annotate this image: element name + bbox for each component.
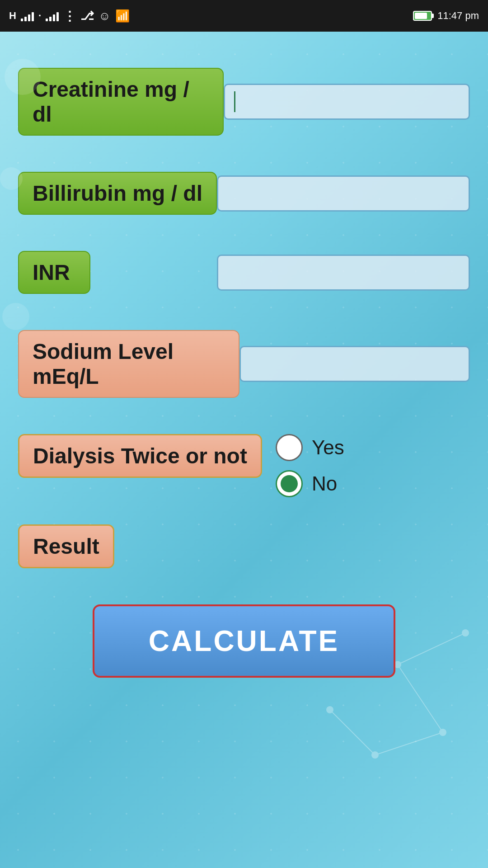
billirubin-label: Billirubin mg / dl — [18, 172, 217, 215]
billirubin-row: Billirubin mg / dl — [18, 172, 470, 215]
dialysis-yes-label: Yes — [312, 436, 344, 459]
message-icon: ☺ — [99, 9, 111, 23]
creatinine-row: Creatinine mg / dl — [18, 68, 470, 136]
dialysis-yes-option[interactable]: Yes — [276, 434, 344, 461]
dialysis-no-label: No — [312, 472, 337, 495]
status-right: 11:47 pm — [413, 10, 479, 22]
billirubin-input[interactable] — [217, 175, 470, 212]
status-left: H · ⋮ ⎇ ☺ 📶 — [9, 9, 130, 24]
menu-icon[interactable]: ⋮ — [63, 9, 76, 24]
inr-row: INR — [18, 251, 470, 294]
battery-icon — [413, 11, 432, 21]
signal-1 — [21, 10, 34, 21]
calculate-button[interactable]: CALCULATE — [93, 604, 395, 678]
carrier-dot: · — [38, 10, 41, 22]
time-display: 11:47 pm — [437, 10, 479, 22]
svg-point-8 — [439, 729, 446, 736]
deco-3 — [2, 303, 29, 330]
sodium-input[interactable] — [239, 346, 470, 382]
radio-dot-selected — [281, 475, 298, 492]
creatinine-label: Creatinine mg / dl — [18, 68, 224, 136]
result-row: Result — [18, 524, 470, 568]
creatinine-input-wrapper[interactable] — [224, 84, 470, 120]
carrier-h: H — [9, 10, 16, 22]
sodium-row: Sodium Level mEq/L — [18, 330, 470, 398]
dialysis-radio-group: Yes No — [276, 434, 344, 497]
inr-input[interactable] — [217, 255, 470, 291]
svg-line-3 — [375, 732, 443, 755]
usb-icon: ⎇ — [80, 9, 94, 23]
dialysis-row: Dialysis Twice or not Yes No — [18, 434, 470, 497]
wifi-icon: 📶 — [115, 9, 130, 23]
status-bar: H · ⋮ ⎇ ☺ 📶 11:47 pm — [0, 0, 488, 32]
result-label: Result — [18, 524, 114, 568]
creatinine-input[interactable] — [225, 85, 469, 118]
dialysis-label: Dialysis Twice or not — [18, 434, 262, 478]
sodium-label: Sodium Level mEq/L — [18, 330, 239, 398]
dialysis-no-radio[interactable] — [276, 470, 303, 497]
main-content: Creatinine mg / dl Billirubin mg / dl IN… — [0, 32, 488, 705]
dialysis-no-option[interactable]: No — [276, 470, 344, 497]
signal-2 — [46, 10, 59, 21]
calculate-section: CALCULATE — [18, 604, 470, 678]
svg-point-10 — [326, 706, 333, 713]
inr-label: INR — [18, 251, 90, 294]
svg-point-9 — [371, 751, 379, 759]
svg-line-4 — [330, 710, 375, 755]
dialysis-yes-radio[interactable] — [276, 434, 303, 461]
